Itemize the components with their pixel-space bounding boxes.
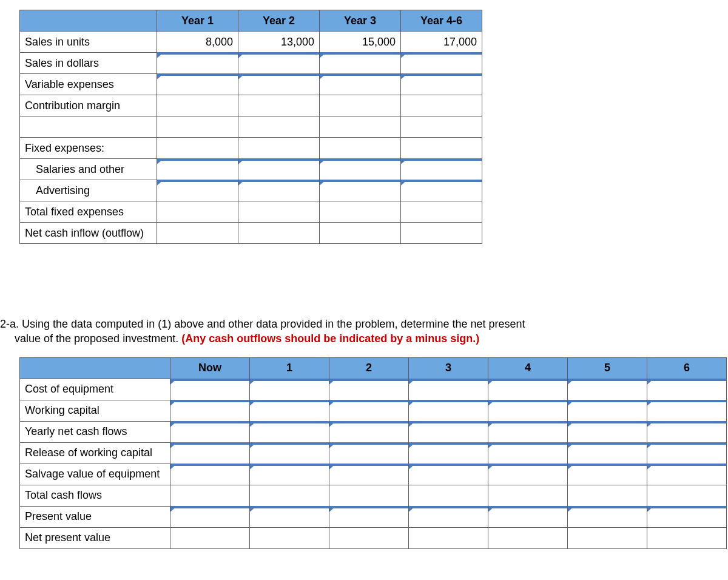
- value-cell[interactable]: [157, 74, 238, 95]
- value-cell[interactable]: [488, 421, 568, 442]
- input-flag-icon: [250, 442, 329, 445]
- value-cell[interactable]: [238, 53, 320, 74]
- value-cell[interactable]: [157, 159, 238, 180]
- value-cell[interactable]: [409, 506, 488, 527]
- value-cell[interactable]: [568, 442, 647, 464]
- value-cell[interactable]: [238, 180, 320, 201]
- value-cell[interactable]: [568, 421, 647, 442]
- value-cell[interactable]: [238, 159, 320, 180]
- value-cell[interactable]: [170, 379, 250, 400]
- value-cell[interactable]: [401, 53, 482, 74]
- value-cell[interactable]: [157, 53, 238, 74]
- value-cell[interactable]: [250, 442, 329, 464]
- table-row: Contribution margin: [20, 95, 482, 116]
- input-flag-icon: [568, 464, 647, 467]
- value-cell[interactable]: [488, 400, 568, 421]
- npv-table: Now 1 2 3 4 5 6 Cost of equipmentWorking…: [19, 357, 727, 549]
- value-cell: 13,000: [238, 32, 320, 53]
- value-cell[interactable]: [647, 421, 727, 442]
- value-cell[interactable]: [250, 421, 329, 442]
- value-cell: [401, 95, 482, 116]
- value-cell: [647, 485, 727, 506]
- value-cell[interactable]: [401, 74, 482, 95]
- input-flag-icon: [320, 158, 400, 161]
- value-cell[interactable]: [170, 442, 250, 464]
- value-cell[interactable]: [568, 464, 647, 485]
- value-cell[interactable]: [568, 400, 647, 421]
- input-flag-icon: [647, 442, 726, 445]
- value-cell[interactable]: [647, 442, 727, 464]
- value-cell[interactable]: [170, 464, 250, 485]
- input-flag-icon: [320, 180, 400, 183]
- value-cell[interactable]: [409, 421, 488, 442]
- input-flag-icon: [320, 52, 400, 55]
- value-cell: 17,000: [401, 32, 482, 53]
- value-cell[interactable]: [488, 464, 568, 485]
- header-now: Now: [170, 357, 250, 379]
- row-label: Fixed expenses:: [20, 138, 157, 159]
- value-cell[interactable]: [170, 400, 250, 421]
- value-cell[interactable]: [320, 180, 401, 201]
- value-cell: [157, 201, 238, 223]
- row-label: Present value: [20, 506, 170, 527]
- value-cell[interactable]: [647, 506, 727, 527]
- value-cell[interactable]: [401, 180, 482, 201]
- value-cell[interactable]: [170, 506, 250, 527]
- row-label: Cost of equipment: [20, 379, 170, 400]
- value-cell[interactable]: [647, 400, 727, 421]
- value-cell[interactable]: [320, 53, 401, 74]
- value-cell[interactable]: [401, 159, 482, 180]
- value-cell[interactable]: [250, 400, 329, 421]
- value-cell[interactable]: [320, 74, 401, 95]
- input-flag-icon: [329, 421, 408, 424]
- value-cell[interactable]: [329, 379, 409, 400]
- input-flag-icon: [157, 52, 238, 55]
- value-cell[interactable]: [238, 74, 320, 95]
- input-flag-icon: [409, 421, 488, 424]
- value-cell[interactable]: [329, 442, 409, 464]
- value-cell[interactable]: [157, 180, 238, 201]
- value-cell[interactable]: [250, 464, 329, 485]
- value-cell[interactable]: [170, 421, 250, 442]
- value-cell: [568, 485, 647, 506]
- value-cell: [157, 116, 238, 138]
- value-cell[interactable]: [329, 421, 409, 442]
- value-cell[interactable]: [409, 379, 488, 400]
- question-line1: Using the data computed in (1) above and…: [22, 318, 525, 330]
- value-cell[interactable]: [409, 400, 488, 421]
- value-cell: [238, 95, 320, 116]
- value-cell[interactable]: [250, 506, 329, 527]
- table-header-row: Now 1 2 3 4 5 6: [20, 357, 727, 379]
- input-flag-icon: [329, 379, 408, 382]
- value-cell[interactable]: [329, 400, 409, 421]
- value-cell[interactable]: [329, 506, 409, 527]
- value-cell[interactable]: [647, 379, 727, 400]
- value-cell[interactable]: [250, 379, 329, 400]
- value-cell[interactable]: [488, 442, 568, 464]
- input-flag-icon: [250, 379, 329, 382]
- input-flag-icon: [647, 400, 726, 403]
- table-row: Net present value: [20, 527, 727, 548]
- value-cell: [568, 527, 647, 548]
- value-cell: [320, 95, 401, 116]
- value-cell[interactable]: [488, 506, 568, 527]
- input-flag-icon: [329, 400, 408, 403]
- header-6: 6: [647, 357, 727, 379]
- value-cell: [401, 138, 482, 159]
- input-flag-icon: [170, 379, 249, 382]
- value-cell[interactable]: [320, 159, 401, 180]
- value-cell[interactable]: [329, 464, 409, 485]
- value-cell: [647, 527, 727, 548]
- value-cell[interactable]: [488, 379, 568, 400]
- value-cell[interactable]: [409, 442, 488, 464]
- value-cell[interactable]: [568, 506, 647, 527]
- value-cell[interactable]: [647, 464, 727, 485]
- value-cell[interactable]: [568, 379, 647, 400]
- contribution-margin-table: Year 1 Year 2 Year 3 Year 4-6 Sales in u…: [19, 10, 482, 244]
- value-cell[interactable]: [409, 464, 488, 485]
- value-cell: [320, 201, 401, 223]
- row-label: Salvage value of equipment: [20, 464, 170, 485]
- value-cell: [401, 201, 482, 223]
- input-flag-icon: [329, 506, 408, 509]
- row-label: Yearly net cash flows: [20, 421, 170, 442]
